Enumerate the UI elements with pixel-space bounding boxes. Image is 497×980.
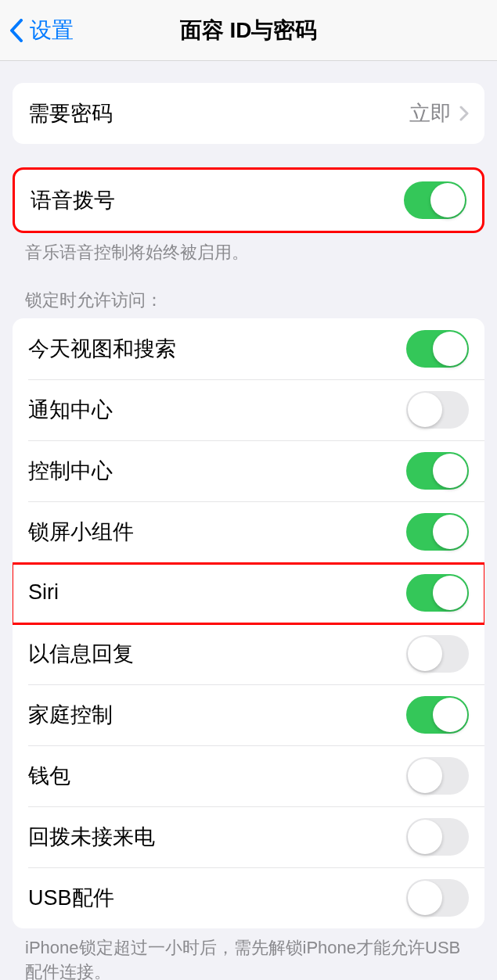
require-passcode-label: 需要密码 [28, 99, 409, 127]
wallet-toggle[interactable] [406, 757, 469, 795]
home-control-label: 家庭控制 [28, 701, 406, 729]
require-passcode-row[interactable]: 需要密码 立即 [13, 83, 484, 144]
require-passcode-value: 立即 [409, 99, 452, 127]
return-calls-toggle[interactable] [406, 818, 469, 856]
voice-dial-toggle[interactable] [404, 181, 466, 219]
chevron-right-icon [459, 106, 469, 121]
lockscreen-widgets-label: 锁屏小组件 [28, 518, 406, 546]
siri-row: Siri [13, 562, 484, 623]
usb-accessories-row: USB配件 [13, 867, 484, 928]
usb-accessories-toggle[interactable] [406, 879, 469, 917]
wallet-label: 钱包 [28, 762, 406, 790]
notification-center-label: 通知中心 [28, 396, 406, 424]
back-label: 设置 [30, 16, 74, 45]
notification-center-toggle[interactable] [406, 391, 469, 429]
back-button[interactable]: 设置 [0, 16, 74, 45]
usb-accessories-label: USB配件 [28, 884, 406, 912]
reply-message-toggle[interactable] [406, 635, 469, 673]
siri-toggle[interactable] [406, 574, 469, 612]
control-center-toggle[interactable] [406, 452, 469, 490]
lock-access-header: 锁定时允许访问： [0, 289, 497, 318]
home-control-row: 家庭控制 [13, 684, 484, 745]
require-passcode-group: 需要密码 立即 [13, 83, 484, 144]
page-title: 面容 ID与密码 [180, 16, 318, 45]
navigation-bar: 设置 面容 ID与密码 [0, 0, 497, 61]
return-calls-label: 回拨未接来电 [28, 823, 406, 851]
lockscreen-widgets-row: 锁屏小组件 [13, 501, 484, 562]
toggle-knob [430, 183, 465, 217]
usb-footer: iPhone锁定超过一小时后，需先解锁iPhone才能允许USB配件连接。 [0, 928, 497, 980]
home-control-toggle[interactable] [406, 696, 469, 734]
today-view-toggle[interactable] [406, 330, 469, 368]
chevron-left-icon [9, 19, 23, 42]
siri-label: Siri [28, 580, 406, 605]
reply-message-label: 以信息回复 [28, 640, 406, 668]
return-calls-row: 回拨未接来电 [13, 806, 484, 867]
wallet-row: 钱包 [13, 745, 484, 806]
voice-dial-footer: 音乐语音控制将始终被启用。 [0, 233, 497, 265]
today-view-row: 今天视图和搜索 [13, 318, 484, 379]
lockscreen-widgets-toggle[interactable] [406, 513, 469, 551]
lock-access-group: 今天视图和搜索 通知中心 控制中心 锁屏小组件 Siri 以信息回复 家庭控制 [13, 318, 484, 928]
voice-dial-label: 语音拨号 [31, 186, 404, 214]
voice-dial-row: 语音拨号 [15, 170, 482, 231]
reply-message-row: 以信息回复 [13, 623, 484, 684]
today-view-label: 今天视图和搜索 [28, 335, 406, 363]
control-center-row: 控制中心 [13, 440, 484, 501]
control-center-label: 控制中心 [28, 457, 406, 485]
notification-center-row: 通知中心 [13, 379, 484, 440]
voice-dial-group: 语音拨号 [13, 167, 484, 233]
